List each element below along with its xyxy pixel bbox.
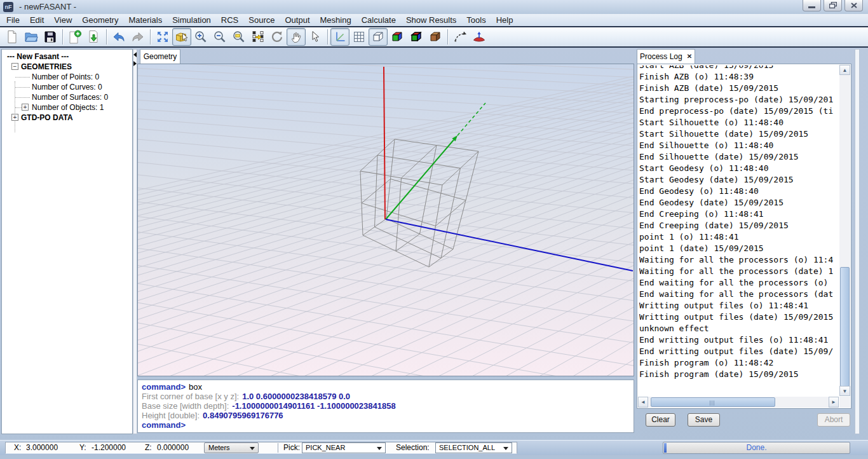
tree-item-points[interactable]: Number of Points: 0	[2, 72, 132, 82]
fit-view-button[interactable]	[153, 28, 172, 46]
left-panel-splitter[interactable]	[133, 49, 137, 434]
expand-icon[interactable]	[22, 104, 29, 111]
command-text: box	[189, 382, 202, 392]
undo-button[interactable]	[109, 28, 128, 46]
curve-tool-button[interactable]	[451, 28, 470, 46]
menu-item[interactable]: Output	[280, 14, 315, 26]
solid-view-button[interactable]	[388, 28, 407, 46]
scroll-down-button[interactable]: ▼	[839, 386, 850, 396]
log-view[interactable]: Start AZB (date) 15/09/2015Finish AZB (o…	[639, 65, 838, 395]
tree-item-surfaces[interactable]: Number of Surfaces: 0	[2, 92, 132, 102]
pick-dropdown[interactable]: PICK_NEAR	[302, 442, 386, 453]
selection-dropdown[interactable]: SELECTION_ALL	[435, 442, 512, 453]
viewport-3d[interactable]	[137, 64, 634, 376]
tree-node-gtdpo[interactable]: GTD-PO DATA	[2, 113, 132, 123]
import-geometry-button[interactable]	[85, 28, 104, 46]
log-line: point 1 (o) 11:48:41	[639, 231, 838, 243]
add-geometry-button[interactable]	[65, 28, 85, 46]
log-content: Start AZB (date) 15/09/2015Finish AZB (o…	[639, 65, 838, 380]
menu-item[interactable]: RCS	[216, 14, 243, 26]
tree-root[interactable]: --- New Fasant ---	[2, 51, 132, 62]
close-button[interactable]	[844, 0, 863, 11]
zoom-in-icon	[194, 30, 208, 44]
clear-button[interactable]: Clear	[646, 413, 675, 427]
menu-item[interactable]: Help	[491, 14, 519, 26]
grid-toggle-button[interactable]	[349, 28, 369, 46]
pan-button[interactable]	[287, 28, 306, 46]
tree-item-objects[interactable]: Number of Objects: 1	[2, 102, 132, 113]
horizontal-scroll-thumb[interactable]	[651, 397, 775, 407]
save-log-button[interactable]: Save	[688, 413, 720, 427]
tab-geometry[interactable]: Geometry	[140, 49, 180, 64]
menu-item[interactable]: Source	[243, 14, 280, 26]
expand-icon[interactable]	[11, 114, 18, 121]
collapse-icon[interactable]	[11, 63, 18, 70]
rotate-icon	[270, 30, 284, 44]
minimize-icon	[808, 6, 815, 8]
redo-button[interactable]	[128, 28, 147, 46]
tree-node-geometries[interactable]: GEOMETRIES	[2, 62, 132, 72]
log-line: Start Geodesy (date) 15/09/2015	[639, 174, 838, 186]
y-coord-label: Y:	[79, 442, 86, 453]
toolbar-separator	[106, 29, 107, 45]
pan-hand-icon	[289, 30, 303, 44]
menu-bar: FileEditViewGeometryMaterialsSimulationR…	[0, 14, 868, 26]
command-console[interactable]: command>box First corner of base [x y z]…	[137, 380, 634, 433]
tree-geometries-label: GEOMETRIES	[21, 62, 72, 72]
scroll-left-button[interactable]: ◄	[638, 397, 648, 408]
right-panel-splitter[interactable]	[855, 49, 860, 434]
window-title: - newFASANT -	[19, 0, 76, 14]
minimize-button[interactable]	[803, 0, 821, 11]
select-button[interactable]	[306, 28, 325, 46]
open-file-button[interactable]	[22, 28, 41, 46]
toolbar	[0, 27, 868, 46]
zoom-in-button[interactable]	[191, 28, 210, 46]
restore-button[interactable]	[824, 0, 842, 11]
log-vertical-scrollbar[interactable]: ▲ ▼	[839, 65, 850, 396]
menu-item[interactable]: Meshing	[315, 14, 356, 26]
zoom-out-button[interactable]	[210, 28, 229, 46]
swap-view-button[interactable]	[248, 28, 268, 46]
axes-toggle-button[interactable]	[330, 28, 349, 46]
units-dropdown[interactable]: Meters	[204, 442, 259, 453]
tab-process-log[interactable]: Process Log ✕	[637, 49, 695, 64]
log-line: Waiting for all the processors (o) 11:4	[639, 254, 838, 266]
new-file-button[interactable]	[3, 28, 22, 46]
menu-item[interactable]: Edit	[25, 14, 49, 26]
menu-item[interactable]: File	[1, 14, 25, 26]
console-line: command>box	[142, 382, 630, 392]
menu-item[interactable]: Geometry	[77, 14, 123, 26]
undo-icon	[112, 30, 126, 44]
menu-item[interactable]: Tools	[461, 14, 491, 26]
command-prompt: command>	[142, 420, 186, 430]
menu-item[interactable]: View	[49, 14, 77, 26]
log-line: End Silhouette (date) 15/09/2015	[639, 151, 838, 163]
surface-tool-button[interactable]	[470, 28, 489, 46]
tree-item-curves[interactable]: Number of Curves: 0	[2, 82, 132, 92]
console-line: Base size [width depth]:-1.1000000014901…	[142, 401, 630, 411]
param-label: Height [double]:	[142, 411, 200, 420]
menu-item[interactable]: Materials	[123, 14, 167, 26]
chevron-down-icon	[503, 447, 508, 450]
rotate-view-button[interactable]	[268, 28, 287, 46]
textured-view-button[interactable]	[426, 28, 445, 46]
wireframe-view-button[interactable]	[369, 28, 388, 46]
swap-columns-icon	[251, 30, 265, 44]
menu-item[interactable]: Calculate	[356, 14, 401, 26]
status-bar: X: 3.000000 Y: -1.200000 Z: 0.000000 Met…	[0, 440, 868, 455]
zoom-window-button[interactable]	[229, 28, 248, 46]
menu-item[interactable]: Simulation	[167, 14, 216, 26]
scroll-right-button[interactable]: ►	[829, 397, 839, 408]
flat-view-button[interactable]	[407, 28, 426, 46]
menu-item[interactable]: Show Results	[401, 14, 461, 26]
log-horizontal-scrollbar[interactable]: ◄ ►	[638, 397, 839, 408]
save-button[interactable]	[41, 28, 60, 46]
vertical-scroll-thumb[interactable]	[840, 267, 850, 387]
pick-3d-button[interactable]	[172, 28, 191, 46]
tab-close-icon[interactable]: ✕	[687, 53, 692, 60]
progress-text: Done.	[663, 442, 850, 453]
console-line: command>	[142, 420, 630, 430]
x-coord-value: 3.000000	[26, 442, 58, 453]
scroll-up-button[interactable]: ▲	[839, 65, 850, 75]
progress-bar: Done.	[663, 442, 850, 454]
